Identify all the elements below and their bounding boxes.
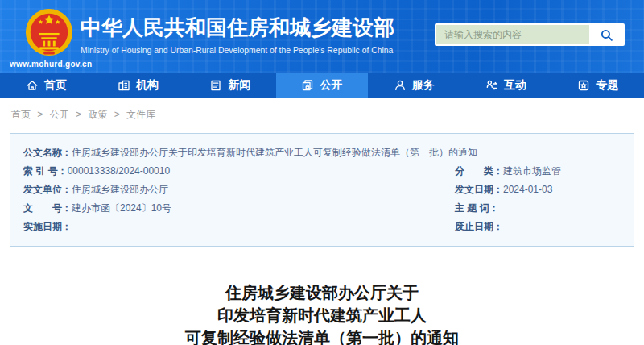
home-icon [26,79,39,92]
meta-row-index-category: 索 引 号： 000013338/2024-00010 分 类： 建筑市场监管 [23,162,621,181]
meta-label: 废止日期： [455,218,503,236]
meta-row-doc-name: 公文名称： 住房城乡建设部办公厅关于印发培育新时代建筑产业工人可复制经验做法清单… [23,143,621,162]
meta-label: 实施日期： [23,218,72,236]
meta-row-effective-repeal: 实施日期： 废止日期： [23,218,621,236]
meta-row-issuer-date: 发文单位： 住房城乡建设部办公厅 发文日期： 2024-01-03 [23,181,621,199]
search-input[interactable] [436,25,589,44]
nav-item-disclosure[interactable]: 公开 [276,73,368,98]
breadcrumb-item-home[interactable]: 首页 [11,109,31,120]
meta-label: 文 号： [23,199,72,218]
site-title-cn: 中华人民共和国住房和城乡建设部 [80,14,394,42]
meta-label: 主 题 词： [455,199,499,218]
doc-meta-panel: 公文名称： 住房城乡建设部办公厅关于印发培育新时代建筑产业工人可复制经验做法清单… [10,133,634,247]
meta-label: 公文名称： [23,143,72,162]
meta-value: 住房城乡建设部办公厅 [72,181,168,199]
disclosure-icon [301,79,314,92]
nav-item-topics[interactable]: 专题 [552,73,644,98]
document-body: 住房城乡建设部办公厅关于 印发培育新时代建筑产业工人 可复制经验做法清单（第一批… [10,260,634,345]
interaction-icon [485,79,498,92]
breadcrumb-item-library: 文件库 [126,109,155,120]
topics-icon [577,79,590,92]
site-url: www.mohurd.gov.cn [10,60,89,69]
nav-item-label: 专题 [596,78,618,93]
nav-item-home[interactable]: 首页 [0,73,92,98]
document-title-line: 可复制经验做法清单（第一批）的通知 [10,326,634,345]
meta-label: 分 类： [455,162,503,181]
document-title-line: 住房城乡建设部办公厅关于 [10,281,634,304]
search-icon [600,28,613,42]
breadcrumb-separator: > [76,109,81,120]
nav-item-label: 机构 [136,78,159,93]
services-icon [394,79,407,92]
nav-item-label: 公开 [320,78,342,93]
meta-value: 2024-01-03 [503,181,552,199]
search-button[interactable] [589,25,623,44]
meta-label: 发文日期： [455,181,503,199]
meta-value: 000013338/2024-00010 [68,162,170,181]
meta-value: 建筑市场监管 [503,162,561,181]
meta-label: 发文单位： [23,181,72,199]
meta-row-number-keywords: 文 号： 建办市函〔2024〕10号 主 题 词： [23,199,621,218]
nav-item-label: 互动 [504,78,526,93]
nav-item-label: 新闻 [228,78,250,93]
site-titles: 中华人民共和国住房和城乡建设部 Ministry of Housing and … [80,14,394,55]
meta-value: 住房城乡建设部办公厅关于印发培育新时代建筑产业工人可复制经验做法清单（第一批）的… [72,143,477,162]
nav-item-interaction[interactable]: 互动 [460,73,551,98]
nav-item-org[interactable]: 机构 [92,73,184,98]
breadcrumb: 首页 > 公开 > 政策 > 文件库 [0,98,644,128]
document-title: 住房城乡建设部办公厅关于 印发培育新时代建筑产业工人 可复制经验做法清单（第一批… [10,281,634,345]
search-bar [435,23,625,46]
meta-label: 索 引 号： [23,162,68,181]
nav-item-label: 首页 [44,78,67,93]
news-icon [209,79,222,92]
breadcrumb-separator: > [114,109,120,120]
main-nav: 首页 机构 新闻 公开 服务 互动 [0,73,644,98]
site-title-en: Ministry of Housing and Urban-Rural Deve… [80,46,394,55]
breadcrumb-item-policy[interactable]: 政策 [88,109,107,120]
org-icon [118,79,130,92]
nav-item-label: 服务 [412,78,435,93]
site-header: www.mohurd.gov.cn 中华人民共和国住房和城乡建设部 Minist… [0,0,644,73]
nav-item-news[interactable]: 新闻 [184,73,276,98]
nav-item-services[interactable]: 服务 [368,73,460,98]
breadcrumb-separator: > [37,109,43,120]
national-emblem [24,7,74,57]
breadcrumb-item-disclosure[interactable]: 公开 [50,109,69,120]
document-title-line: 印发培育新时代建筑产业工人 [10,304,634,326]
meta-value: 建办市函〔2024〕10号 [72,199,171,218]
